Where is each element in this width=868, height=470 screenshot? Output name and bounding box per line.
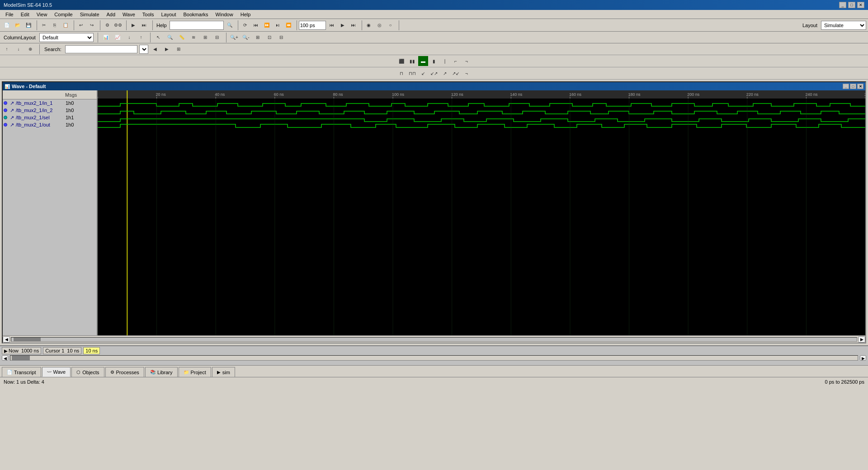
wf-4[interactable]: ↙↗ — [429, 68, 439, 78]
tab-project[interactable]: 📁 Project — [179, 367, 211, 377]
wave-center-4[interactable]: ▮ — [429, 56, 439, 66]
tab-wave[interactable]: 〰 Wave — [42, 367, 71, 377]
zoom-sel[interactable]: ⊡ — [264, 33, 274, 42]
extra-3[interactable]: ○ — [386, 20, 396, 30]
wave-close-button[interactable]: ✕ — [857, 84, 863, 89]
wave-tool-2[interactable]: ⊞ — [200, 33, 210, 42]
time-input[interactable] — [299, 21, 326, 30]
menu-help[interactable]: Help — [237, 11, 255, 18]
menu-wave[interactable]: Wave — [119, 11, 139, 18]
time-btn-2[interactable]: ▶ — [338, 20, 348, 30]
tab-processes[interactable]: ⚙ Processes — [105, 367, 144, 377]
col-btn-2[interactable]: 📈 — [113, 33, 123, 42]
wave-maximize-button[interactable]: □ — [850, 84, 856, 89]
wave-center-5[interactable]: | — [440, 56, 450, 66]
hscroll-left[interactable]: ◀ — [3, 336, 10, 343]
compile-button[interactable]: ⚙ — [102, 20, 112, 30]
sim-ctrl-5[interactable]: ⏪ — [283, 20, 293, 30]
zoom-tool[interactable]: 🔍 — [165, 33, 175, 42]
sim-step-button[interactable]: ⏭ — [139, 20, 149, 30]
maximize-button[interactable]: □ — [848, 2, 855, 8]
tab-library[interactable]: 📚 Library — [145, 367, 178, 377]
time-btn-3[interactable]: ⏭ — [349, 20, 359, 30]
save-button[interactable]: 💾 — [24, 20, 33, 30]
menu-tools[interactable]: Tools — [139, 11, 158, 18]
wf-5[interactable]: ↗ — [440, 68, 450, 78]
wf-7[interactable]: ¬ — [462, 68, 472, 78]
measure-tool[interactable]: 📏 — [177, 33, 187, 42]
wf-1[interactable]: ⊓ — [396, 68, 406, 78]
zoom-in[interactable]: 🔍+ — [229, 33, 239, 42]
help-input[interactable] — [170, 21, 224, 30]
undo-button[interactable]: ↩ — [76, 20, 86, 30]
compile-all-button[interactable]: ⚙⚙ — [113, 20, 123, 30]
menu-bookmarks[interactable]: Bookmarks — [180, 11, 212, 18]
signal-row-3[interactable]: ↗ /tb_mux2_1/sel 1h1 — [3, 114, 97, 121]
search-go-1[interactable]: ◀ — [150, 44, 160, 54]
search-btn-3[interactable]: ⊕ — [25, 44, 35, 54]
vscroll-down[interactable]: ▶ — [860, 355, 866, 361]
tab-transcript[interactable]: 📄 Transcript — [2, 367, 41, 377]
sim-start-button[interactable]: ▶ — [128, 20, 138, 30]
wf-6[interactable]: ↗↙ — [451, 68, 461, 78]
sim-ctrl-1[interactable]: ⟳ — [240, 20, 250, 30]
tab-sim[interactable]: ▶ sim — [212, 367, 235, 377]
signal-row-1[interactable]: ↗ /tb_mux2_1/in_1 1h0 — [3, 99, 97, 107]
extra-2[interactable]: ◎ — [375, 20, 385, 30]
sim-ctrl-3[interactable]: ⏩ — [262, 20, 272, 30]
wave-tool-3[interactable]: ⊟ — [212, 33, 222, 42]
help-search-button[interactable]: 🔍 — [225, 20, 235, 30]
menu-edit[interactable]: Edit — [17, 11, 33, 18]
search-btn-1[interactable]: ↑ — [2, 44, 12, 54]
menu-layout[interactable]: Layout — [158, 11, 180, 18]
cut-button[interactable]: ✂ — [39, 20, 49, 30]
sim-ctrl-4[interactable]: ⏯ — [273, 20, 283, 30]
wf-2[interactable]: ⊓⊓ — [407, 68, 417, 78]
search-type-dropdown[interactable] — [139, 45, 148, 54]
signal-row-2[interactable]: ↗ /tb_mux2_1/in_2 1h0 — [3, 107, 97, 114]
zoom-out[interactable]: 🔍- — [241, 33, 251, 42]
menu-view[interactable]: View — [33, 11, 51, 18]
menu-file[interactable]: File — [2, 11, 17, 18]
col-btn-4[interactable]: ↑ — [136, 33, 146, 42]
menu-add[interactable]: Add — [103, 11, 119, 18]
extra-1[interactable]: ◉ — [364, 20, 374, 30]
wave-center-2[interactable]: ▮▮ — [407, 56, 417, 66]
wave-tool-1[interactable]: ≋ — [189, 33, 198, 42]
menu-window[interactable]: Window — [212, 11, 237, 18]
time-btn-1[interactable]: ⏮ — [327, 20, 337, 30]
tab-objects[interactable]: ⬡ Objects — [71, 367, 104, 377]
close-button[interactable]: ✕ — [857, 2, 864, 8]
copy-button[interactable]: ⎘ — [50, 20, 60, 30]
wave-center-3[interactable]: ▬ — [418, 56, 428, 66]
zoom-fit[interactable]: ⊞ — [253, 33, 263, 42]
hscroll-right[interactable]: ▶ — [858, 336, 865, 343]
bottom-scrollbar-track[interactable] — [10, 355, 858, 361]
search-go-2[interactable]: ▶ — [162, 44, 172, 54]
wave-hscroll[interactable]: ◀ ▶ — [3, 335, 865, 343]
wave-center-6[interactable]: ⌐ — [451, 56, 461, 66]
wave-center-1[interactable]: ⬛ — [396, 56, 406, 66]
search-input[interactable] — [65, 45, 137, 53]
col-btn-1[interactable]: 📊 — [101, 33, 111, 42]
redo-button[interactable]: ↪ — [87, 20, 97, 30]
new-button[interactable]: 📄 — [2, 20, 12, 30]
wave-center-7[interactable]: ¬ — [462, 56, 472, 66]
column-layout-dropdown[interactable]: Default — [39, 33, 94, 42]
wave-canvas-area[interactable]: 20 ns40 ns60 ns80 ns100 ns120 ns140 ns16… — [98, 90, 865, 335]
hscroll-thumb[interactable] — [14, 338, 41, 341]
search-btn-2[interactable]: ↓ — [14, 44, 24, 54]
minimize-button[interactable]: _ — [839, 2, 846, 8]
paste-button[interactable]: 📋 — [61, 20, 71, 30]
signal-row-4[interactable]: ↗ /tb_mux2_1/out 1h0 — [3, 121, 97, 128]
layout-dropdown[interactable]: Simulate Debug Default — [821, 21, 866, 30]
hscroll-track[interactable] — [11, 337, 857, 342]
open-button[interactable]: 📂 — [13, 20, 23, 30]
bottom-scrollbar-thumb[interactable] — [12, 356, 30, 360]
pointer-tool[interactable]: ↖ — [153, 33, 163, 42]
wf-3[interactable]: ↙ — [418, 68, 428, 78]
col-btn-3[interactable]: ↓ — [124, 33, 134, 42]
zoom-full[interactable]: ⊟ — [276, 33, 286, 42]
sim-ctrl-2[interactable]: ⏮ — [251, 20, 261, 30]
search-go-3[interactable]: ⊞ — [174, 44, 184, 54]
